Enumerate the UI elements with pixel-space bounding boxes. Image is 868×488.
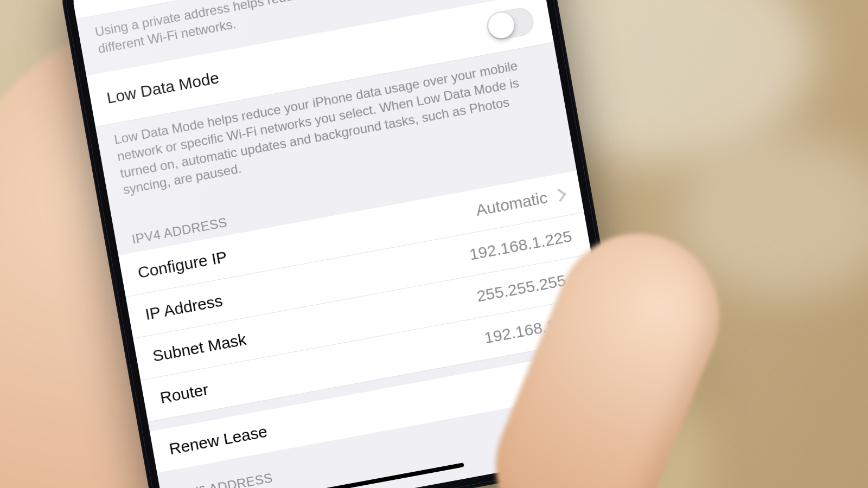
- router-label: Router: [158, 380, 209, 407]
- ip-address-label: IP Address: [144, 292, 224, 324]
- toggle-knob: [486, 11, 516, 41]
- configure-ip-value: Automatic: [475, 189, 549, 220]
- renew-lease-button[interactable]: Renew Lease: [168, 422, 269, 458]
- subnet-mask-label: Subnet Mask: [151, 330, 248, 365]
- ip-address-value: 192.168.1.225: [468, 227, 573, 264]
- chevron-right-icon: [553, 189, 566, 202]
- configure-ip-label: Configure IP: [136, 248, 228, 282]
- low-data-mode-toggle[interactable]: [485, 6, 535, 42]
- home-indicator[interactable]: [325, 463, 464, 488]
